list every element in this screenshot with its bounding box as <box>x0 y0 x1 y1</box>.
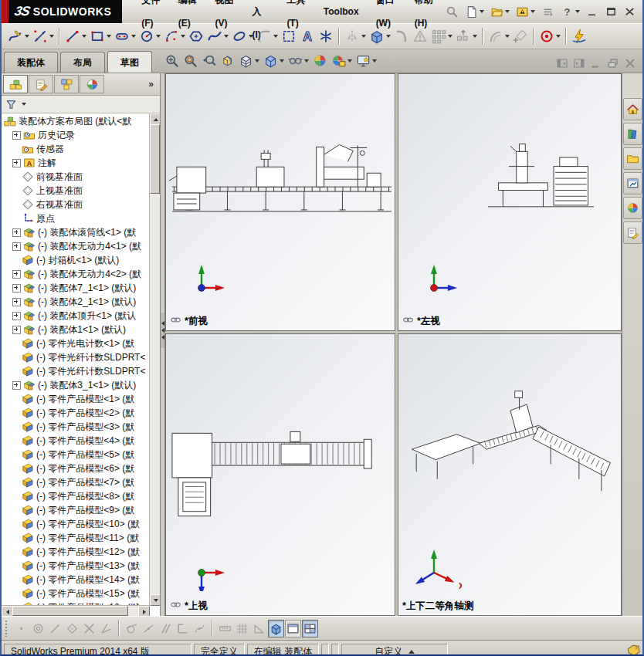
tree-item[interactable]: (-) 装配体顶升<1> (默认 <box>2 309 150 323</box>
pane-left-button[interactable] <box>556 57 568 69</box>
dropdown-caret-icon[interactable] <box>273 35 278 38</box>
tree-item[interactable]: (-) 零件产品模型<3> (默 <box>2 420 150 434</box>
expand-toggle[interactable] <box>12 270 21 279</box>
tree-item[interactable]: (-) 零件产品模型<9> (默 <box>2 503 150 517</box>
tab-2[interactable]: 布局 <box>60 52 105 73</box>
mirror-entities-button[interactable] <box>343 26 368 46</box>
close-button[interactable] <box>621 5 638 19</box>
tree-item[interactable]: (-) 零件产品模型<15> (默 <box>2 587 150 600</box>
expand-toggle[interactable] <box>12 326 21 334</box>
sketch-fillet-button[interactable] <box>255 26 280 46</box>
dropdown-caret-icon[interactable] <box>25 35 29 38</box>
relation-collinear-button[interactable] <box>47 620 63 637</box>
scroll-up-button[interactable] <box>150 113 160 125</box>
offset-entities-button[interactable] <box>486 26 511 46</box>
minimize-button[interactable] <box>584 5 601 19</box>
taskpane-design-library-button[interactable] <box>623 147 642 170</box>
viewport-left[interactable]: YZ*左视 <box>398 73 622 331</box>
tree-item[interactable]: (-) 零件产品模型<7> (默 <box>2 475 150 489</box>
tree-item[interactable]: (-) 装配体无动力4<1> (默 <box>2 239 150 253</box>
move-entities-button[interactable] <box>454 26 479 46</box>
featuremanager-tree-tab[interactable] <box>3 75 28 93</box>
displaymanager-tab[interactable] <box>80 75 104 93</box>
tree-item[interactable]: 前视基准面 <box>2 170 150 184</box>
taskpane-file-explorer-button[interactable] <box>623 172 642 194</box>
ellipse-tool-button[interactable] <box>230 26 255 46</box>
toolbar-drag-handle[interactable] <box>5 620 8 637</box>
new-document-button[interactable] <box>463 3 486 21</box>
tree-item[interactable]: (-) 零件产品模型<13> (默 <box>2 559 150 573</box>
view-settings-button[interactable] <box>354 51 378 70</box>
previous-view-button[interactable] <box>200 51 218 70</box>
tree-item[interactable]: (-) 装配体滚筒线<1> (默 <box>2 225 150 239</box>
expand-toggle[interactable] <box>12 242 21 251</box>
tree-horizontal-scrollbar[interactable] <box>2 605 150 616</box>
four-viewport-button[interactable] <box>302 620 318 637</box>
menu-item-6[interactable]: Toolbox <box>315 0 368 23</box>
dropdown-caret-icon[interactable] <box>448 35 452 38</box>
linear-pattern-button[interactable] <box>429 26 454 46</box>
dropdown-caret-icon[interactable] <box>361 35 366 38</box>
dropdown-caret-icon[interactable] <box>249 35 253 38</box>
tree-item[interactable]: (-) 零件产品模型<4> (默 <box>2 434 150 448</box>
scroll-right-button[interactable] <box>138 606 150 616</box>
horizontal-scroll-thumb[interactable] <box>12 606 128 616</box>
tree-item[interactable]: (-) 零件产品模型<5> (默 <box>2 448 150 462</box>
tree-item[interactable]: 右视基准面 <box>2 198 150 211</box>
circle-tool-button[interactable] <box>137 26 162 46</box>
instant2d-button[interactable] <box>537 26 562 46</box>
sketch-text-button[interactable]: A <box>298 26 317 46</box>
line-tool-button[interactable] <box>63 26 88 46</box>
dropdown-caret-icon[interactable] <box>556 35 561 38</box>
copy-settings-button[interactable] <box>539 3 557 21</box>
scroll-left-button[interactable] <box>2 606 13 616</box>
taskpane-appearances-button[interactable] <box>623 197 642 219</box>
dropdown-caret-icon[interactable] <box>255 59 259 63</box>
options-warning-button[interactable] <box>514 3 537 21</box>
dropdown-caret-icon[interactable] <box>304 59 309 63</box>
expand-toggle[interactable] <box>12 298 21 306</box>
search-icon[interactable] <box>443 3 461 21</box>
tree-item[interactable]: (-) 零件光纤计数SLDPRT< <box>2 364 150 378</box>
insert-plane-button[interactable] <box>511 26 530 46</box>
child-minimize-button[interactable] <box>590 57 602 69</box>
sketch-point-button[interactable] <box>317 26 335 46</box>
expand-toggle[interactable] <box>12 228 21 237</box>
maximize-button[interactable] <box>602 5 619 19</box>
sketch-button[interactable] <box>6 26 31 46</box>
configurationmanager-tab[interactable] <box>54 75 79 93</box>
tree-item[interactable]: (-) 装配体2_1<1> (默认) <box>2 295 150 309</box>
tree-item[interactable]: (-) 装配体无动力4<2> (默 <box>2 267 150 281</box>
viewport-top[interactable]: XZ*上视 <box>165 333 395 616</box>
status-custom[interactable]: 自定义 <box>341 644 448 656</box>
dimension-standard-button[interactable] <box>217 620 233 637</box>
zoom-to-area-button[interactable] <box>181 51 199 70</box>
tree-item[interactable]: (-) 零件产品模型<8> (默 <box>2 489 150 503</box>
expand-toggle[interactable] <box>12 159 21 167</box>
dropdown-caret-icon[interactable] <box>156 35 161 38</box>
dropdown-caret-icon[interactable] <box>82 35 86 38</box>
tree-vertical-scrollbar[interactable] <box>149 113 160 606</box>
tree-item[interactable]: 装配体方案布局图 (默认<默 <box>2 114 150 128</box>
display-cube-button[interactable] <box>368 26 392 46</box>
relation-angle-button[interactable] <box>98 620 114 637</box>
pane-right-button[interactable] <box>573 57 585 69</box>
convert-entities-button[interactable] <box>392 26 411 46</box>
tree-item[interactable]: (-) 装配体3_1<1> (默认) <box>2 378 150 392</box>
three-point-arc-button[interactable] <box>162 26 187 46</box>
tree-item[interactable]: (-) 零件产品模型<12> (默 <box>2 545 150 559</box>
viewport-front[interactable]: YX*前视 <box>165 73 395 331</box>
sketch-snaps-button[interactable] <box>570 26 588 46</box>
tag-icon[interactable] <box>626 644 640 656</box>
tree-item[interactable]: 原点 <box>2 211 150 225</box>
propertymanager-tab[interactable] <box>29 75 53 93</box>
dropdown-caret-icon[interactable] <box>473 35 477 38</box>
relation-intersection-button[interactable] <box>81 620 97 637</box>
tree-item[interactable]: (-) 零件光纤计数SLDPRT< <box>2 350 150 364</box>
dropdown-caret-icon[interactable] <box>372 59 377 63</box>
zoom-to-fit-button[interactable] <box>163 51 181 70</box>
relation-tangent-button[interactable] <box>124 620 140 637</box>
tree-item[interactable]: 传感器 <box>2 142 150 156</box>
spline-tool-button[interactable] <box>205 26 230 46</box>
expand-toggle[interactable] <box>12 381 21 390</box>
